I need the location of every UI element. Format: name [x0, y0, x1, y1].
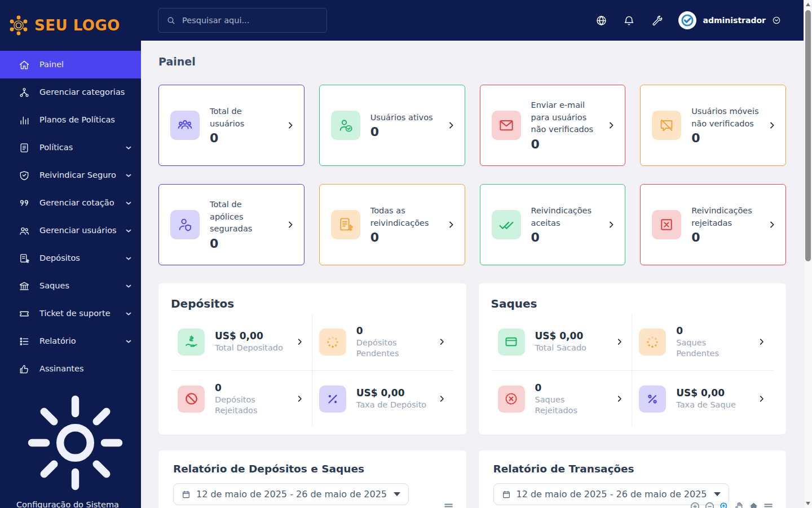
x-circle-icon	[498, 386, 525, 413]
stat-card-value: 0	[210, 237, 286, 251]
caret-down-icon	[714, 492, 721, 496]
sidebar-item-planos-de-politicas[interactable]: Planos de Políticas	[0, 106, 141, 134]
chevron-right-icon	[615, 338, 624, 346]
chevron-right-icon	[295, 395, 304, 403]
report-title: Relatório de Transações	[493, 463, 772, 475]
logo[interactable]: SEU LOGO	[0, 0, 141, 51]
chevron-right-icon	[286, 220, 295, 229]
stat-card-label: Todas as reivindicações	[370, 205, 438, 230]
sitemap-icon	[19, 87, 30, 98]
deposit-stat-label: Total Depositado	[215, 343, 295, 353]
withdrawal-stat-value: 0	[676, 325, 757, 336]
sidebar-item-saques[interactable]: Saques	[0, 272, 141, 300]
list-icon	[19, 336, 30, 347]
menu-icon[interactable]	[443, 501, 454, 508]
report-transactions: Relatório de Transações 12 de maio de 20…	[479, 450, 787, 508]
stat-card-apolices-seguradas[interactable]: Total de apólices seguradas 0	[158, 184, 304, 265]
sidebar-item-reivindicar-seguro[interactable]: Reivindicar Seguro	[0, 161, 141, 189]
stat-card-value: 0	[370, 125, 447, 139]
bell-icon[interactable]	[623, 15, 635, 27]
chevron-right-icon	[607, 220, 616, 229]
stat-card-label: Usuários ativos	[370, 112, 447, 124]
sidebar-item-relatorio[interactable]: Relatório	[0, 327, 141, 355]
withdrawal-stat-pendentes[interactable]: 0 Saques Pendentes	[632, 314, 774, 371]
withdrawal-stat-total-sacado[interactable]: US$ 0,00 Total Sacado	[491, 314, 633, 371]
stat-card-reivindicacoes-rejeitadas[interactable]: Reivindicações rejeitadas 0	[640, 184, 786, 265]
users-group-icon	[170, 111, 200, 140]
x-square-icon	[652, 210, 681, 239]
stat-card-usuarios-ativos[interactable]: Usuários ativos 0	[319, 85, 465, 166]
deposit-stat-rejeitados[interactable]: 0 Depósitos Rejeitados	[171, 371, 312, 427]
user-check-icon	[331, 111, 360, 140]
withdrawal-stat-rejeitados[interactable]: 0 Saques Rejeitados	[491, 371, 633, 427]
chevron-right-icon	[438, 338, 446, 346]
selection-zoom-icon[interactable]	[719, 501, 730, 508]
home-reset-icon[interactable]	[748, 501, 759, 508]
chevron-down-icon	[125, 338, 132, 345]
ticket-icon	[19, 308, 30, 319]
stat-card-moveis-nao-verificados[interactable]: Usuários móveis não verificados 0	[640, 85, 786, 166]
document-icon	[19, 142, 30, 154]
main-content: Painel Total de usuários 0 Usuários ativ…	[141, 41, 804, 508]
sidebar-item-gerenciar-categorias[interactable]: Gerenciar categorias	[0, 78, 141, 106]
gear-icon	[19, 386, 132, 500]
sidebar-item-politicas[interactable]: Políticas	[0, 134, 141, 161]
scrollbar-thumb[interactable]	[805, 10, 811, 261]
chevron-right-icon	[295, 338, 304, 346]
sidebar-item-configuracao-do-sistema[interactable]: Configuração do Sistema	[0, 383, 141, 508]
search-box[interactable]	[158, 8, 327, 33]
withdrawal-stat-taxa[interactable]: US$ 0,00 Taxa de Saque	[632, 371, 774, 427]
page-title: Painel	[158, 55, 786, 68]
user-menu[interactable]: administrador	[678, 11, 781, 29]
zoom-out-icon[interactable]	[704, 501, 715, 508]
stat-card-value: 0	[531, 230, 607, 244]
stat-card-value: 0	[370, 230, 447, 244]
search-input[interactable]	[182, 16, 312, 25]
globe-icon[interactable]	[595, 15, 607, 27]
chevron-right-icon	[767, 121, 776, 130]
sidebar-item-gerenciar-usuarios[interactable]: Gerenciar usuários	[0, 217, 141, 244]
deposit-stat-value: 0	[356, 325, 438, 336]
stat-card-total-usuarios[interactable]: Total de usuários 0	[158, 85, 304, 166]
stat-card-email-nao-verificados[interactable]: Enviar e-mail para usuários não verifica…	[480, 85, 626, 166]
chevron-right-icon	[757, 338, 766, 346]
withdrawals-panel-title: Saques	[491, 297, 774, 310]
calendar-icon	[182, 490, 191, 499]
users-icon	[19, 225, 30, 237]
avatar	[678, 11, 696, 29]
deposit-stat-taxa[interactable]: US$ 0,00 Taxa de Depósito	[312, 371, 454, 427]
zoom-in-icon[interactable]	[690, 501, 700, 508]
sidebar-item-gerenciar-cotacao[interactable]: Gerenciar cotação	[0, 189, 141, 217]
sidebar-item-ticket-de-suporte[interactable]: Ticket de suporte	[0, 300, 141, 327]
file-invoice-dollar-icon	[331, 210, 360, 239]
pan-icon[interactable]	[734, 501, 744, 508]
stat-card-label: Enviar e-mail para usuários não verifica…	[531, 99, 602, 136]
wrench-icon[interactable]	[651, 15, 663, 27]
withdrawal-stat-value: US$ 0,00	[676, 387, 757, 398]
chevron-down-circle-icon	[772, 16, 781, 25]
sidebar-item-painel[interactable]: Painel	[0, 51, 141, 78]
deposit-stat-pendentes[interactable]: 0 Depósitos Pendentes	[312, 314, 454, 371]
scrollbar[interactable]	[804, 0, 812, 508]
caret-down-icon	[394, 492, 400, 496]
spinner-icon	[639, 329, 666, 356]
sidebar-item-assinantes[interactable]: Assinantes	[0, 355, 141, 383]
stat-card-todas-reivindicacoes[interactable]: Todas as reivindicações 0	[319, 184, 465, 265]
withdrawals-panel: Saques US$ 0,00 Total Sacado 0 Saques Pe…	[479, 283, 787, 435]
stat-card-value: 0	[210, 131, 286, 145]
credit-card-icon	[498, 329, 525, 356]
date-range-picker[interactable]: 12 de maio de 2025 - 26 de maio de 2025	[173, 483, 409, 505]
chevron-down-icon	[125, 227, 132, 234]
sidebar-item-depositos[interactable]: Depósitos	[0, 244, 141, 272]
percent-icon	[319, 386, 346, 413]
menu-icon[interactable]	[763, 501, 774, 508]
scroll-down-arrow[interactable]	[806, 502, 810, 505]
deposit-stat-total-depositado[interactable]: US$ 0,00 Total Depositado	[171, 314, 312, 371]
bar-chart-icon	[19, 115, 30, 126]
bank-icon	[19, 281, 30, 292]
stat-card-reivindicacoes-aceitas[interactable]: Reivindicações aceitas 0	[480, 184, 626, 265]
hand-holding-dollar-icon	[178, 329, 205, 356]
deposit-stat-label: Taxa de Depósito	[356, 400, 438, 410]
scroll-up-arrow[interactable]	[806, 3, 810, 6]
calendar-icon	[502, 490, 511, 499]
